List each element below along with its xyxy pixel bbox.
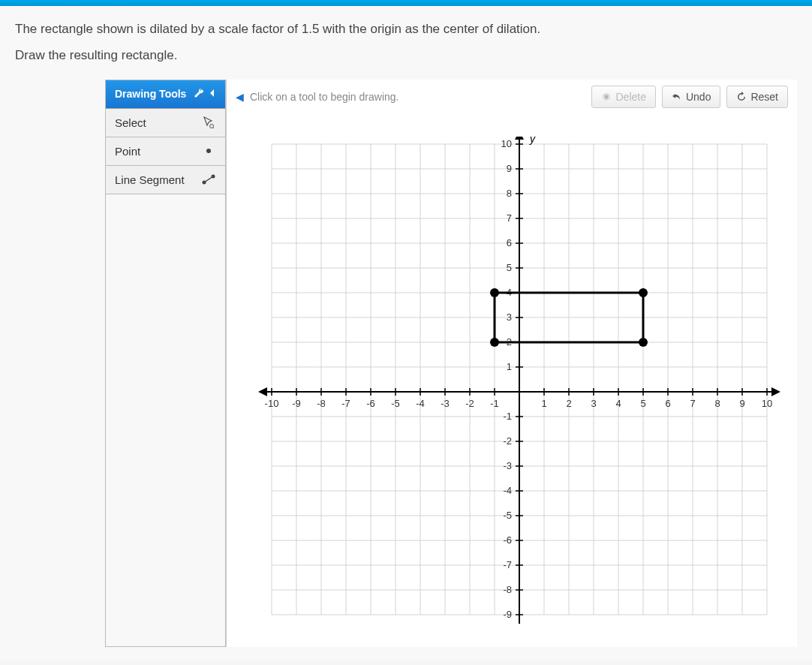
wrench-icon[interactable] [194,88,204,101]
svg-text:8: 8 [507,188,512,199]
svg-text:-1: -1 [490,398,499,409]
svg-text:-7: -7 [341,398,350,409]
svg-text:-5: -5 [391,398,400,409]
svg-text:-2: -2 [465,398,474,409]
svg-text:-6: -6 [366,398,375,409]
canvas-toolbar: ◀ Click on a tool to begin drawing. Dele… [227,80,797,114]
hint-text: Click on a tool to begin drawing. [250,91,585,103]
question-line-2: Draw the resulting rectangle. [15,48,797,63]
svg-text:10: 10 [501,138,512,149]
tool-segment-label: Line Segment [115,173,185,186]
svg-point-0 [210,125,214,128]
undo-icon [672,92,682,102]
svg-text:-9: -9 [292,398,301,409]
svg-text:3: 3 [591,398,596,409]
svg-text:10: 10 [762,398,772,409]
svg-text:-4: -4 [503,485,512,496]
tool-select[interactable]: Select [106,109,225,137]
tools-header-label: Drawing Tools [115,88,186,100]
svg-text:9: 9 [507,163,512,174]
tools-header: Drawing Tools [106,80,225,109]
svg-text:-4: -4 [416,398,425,409]
segment-icon [201,173,216,185]
svg-text:4: 4 [615,398,621,409]
svg-text:3: 3 [507,311,512,323]
undo-label: Undo [686,91,711,103]
svg-text:-8: -8 [503,584,512,595]
svg-text:y: y [529,137,536,145]
svg-text:-2: -2 [503,435,512,447]
svg-text:8: 8 [714,398,720,409]
tool-point[interactable]: Point [106,137,225,166]
svg-text:7: 7 [690,398,695,409]
collapse-arrow-icon[interactable] [209,88,216,101]
svg-text:5: 5 [507,262,512,273]
content-area: The rectangle shown is dilated by a scal… [0,6,812,660]
svg-text:-8: -8 [317,398,326,409]
svg-text:-1: -1 [503,411,512,422]
svg-line-1 [213,128,214,128]
svg-text:6: 6 [507,237,512,248]
tool-point-label: Point [115,145,140,158]
svg-marker-51 [258,387,267,396]
svg-marker-52 [515,137,524,140]
svg-text:-5: -5 [503,510,512,521]
svg-text:-10: -10 [265,398,279,409]
svg-marker-50 [771,387,780,396]
question-line-1: The rectangle shown is dilated by a scal… [15,20,797,39]
svg-line-5 [204,176,213,182]
canvas-area: ◀ Click on a tool to begin drawing. Dele… [226,80,797,647]
svg-point-136 [639,338,648,347]
tool-line-segment[interactable]: Line Segment [106,166,225,194]
reset-label: Reset [750,91,778,103]
window-top-bar [0,0,812,6]
coordinate-grid[interactable]: -10-9-8-7-6-5-4-3-2-112345678910-9-8-7-6… [257,137,782,647]
tool-select-label: Select [115,116,146,129]
tools-panel: Drawing Tools Select Point [105,80,226,647]
svg-text:9: 9 [739,398,744,409]
graph-container[interactable]: -10-9-8-7-6-5-4-3-2-112345678910-9-8-7-6… [257,137,782,647]
cursor-icon [201,116,216,128]
svg-text:5: 5 [640,398,645,409]
delete-label: Delete [615,91,645,103]
svg-point-134 [490,288,499,297]
svg-point-137 [490,338,499,347]
svg-text:-7: -7 [503,559,512,570]
undo-button[interactable]: Undo [662,86,720,108]
svg-text:1: 1 [541,398,546,409]
hint-arrow-icon: ◀ [236,91,244,103]
workspace: Drawing Tools Select Point [105,80,797,647]
svg-text:-3: -3 [441,398,450,409]
svg-text:-6: -6 [503,534,512,546]
svg-point-2 [206,149,211,153]
svg-text:2: 2 [566,398,571,409]
svg-point-135 [639,288,648,297]
reset-icon [736,92,747,102]
reset-button[interactable]: Reset [726,86,788,108]
svg-text:6: 6 [665,398,670,409]
svg-text:-9: -9 [503,609,512,620]
svg-text:7: 7 [507,212,512,224]
point-icon [201,145,216,157]
delete-button[interactable]: Delete [591,86,655,108]
svg-text:-3: -3 [503,460,512,471]
delete-icon [601,92,612,102]
svg-text:1: 1 [507,361,512,372]
